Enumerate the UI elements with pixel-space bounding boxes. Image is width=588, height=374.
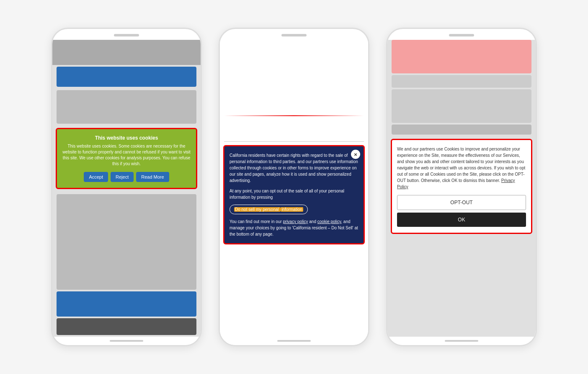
phone-1-home-bar xyxy=(52,337,201,345)
phone-2-screen: × California residents have certain righ… xyxy=(220,40,368,337)
p2-cookie-text3: You can find out more in our privacy pol… xyxy=(230,218,358,237)
reject-button[interactable]: Reject xyxy=(111,172,134,182)
ok-button[interactable]: OK xyxy=(397,213,526,227)
cookie-policy-link[interactable]: cookie policy xyxy=(317,219,341,224)
p2-dark-separator xyxy=(224,141,364,142)
phone-1-screen: This website uses cookies This website u… xyxy=(52,40,201,337)
phone-1-content: This website uses cookies This website u… xyxy=(52,40,201,337)
phone-3-screen: We and our partners use Cookies to impro… xyxy=(387,40,536,337)
phone-1-home-indicator xyxy=(110,340,143,342)
phone-1-cookie-text: This website uses cookies. Some cookies … xyxy=(62,143,191,167)
phone-3: We and our partners use Cookies to impro… xyxy=(386,28,537,346)
p1-blue-banner xyxy=(57,67,196,87)
p2-white-mid xyxy=(224,116,364,141)
phone-3-cookie-banner: We and our partners use Cookies to impro… xyxy=(391,139,532,234)
p2-cookie-text1: California residents have certain rights… xyxy=(230,152,358,184)
p3-gray-block3 xyxy=(392,125,531,135)
phone-2: × California residents have certain righ… xyxy=(219,28,369,346)
phone-1-speaker xyxy=(114,34,139,36)
phone-2-home-indicator xyxy=(277,340,311,342)
do-not-sell-button[interactable]: Do not sell my personal information xyxy=(230,205,308,214)
phone-2-content: × California residents have certain righ… xyxy=(220,40,368,337)
p1-gray-bottom xyxy=(57,194,196,290)
phone-1-cookie-banner: This website uses cookies This website u… xyxy=(56,128,197,189)
p1-gray-top xyxy=(52,40,201,65)
phone-3-content: We and our partners use Cookies to impro… xyxy=(387,40,536,337)
phone-3-home-bar xyxy=(387,337,536,345)
phone-2-cookie-banner: × California residents have certain righ… xyxy=(223,145,365,244)
opt-out-button[interactable]: OPT-OUT xyxy=(397,195,526,210)
phone-1-cookie-buttons: Accept Reject Read More xyxy=(62,172,191,182)
p2-cookie-text2: At any point, you can opt out of the sal… xyxy=(230,188,358,200)
phone-3-home-indicator xyxy=(445,340,478,342)
p3-cookie-text: We and our partners use Cookies to impro… xyxy=(397,146,526,190)
phone-3-speaker xyxy=(449,34,474,36)
p2-white-top xyxy=(224,40,364,115)
privacy-policy-link[interactable]: privacy policy xyxy=(283,219,308,224)
phone-2-speaker xyxy=(281,34,307,36)
phones-container: This website uses cookies This website u… xyxy=(34,11,554,363)
phone-1: This website uses cookies This website u… xyxy=(51,28,202,346)
p1-blue-bottom xyxy=(57,291,196,317)
phone-1-cookie-title: This website uses cookies xyxy=(62,135,191,141)
read-more-button[interactable]: Read More xyxy=(136,172,169,182)
p1-dark-bottom xyxy=(57,318,196,335)
p1-gray-mid xyxy=(57,90,196,124)
accept-button[interactable]: Accept xyxy=(84,172,108,182)
phone-2-home-bar xyxy=(220,337,368,345)
p3-gray-block1 xyxy=(392,75,531,88)
close-button[interactable]: × xyxy=(351,150,360,159)
p3-gray-block2 xyxy=(392,89,531,123)
p3-pink-block xyxy=(392,40,531,73)
